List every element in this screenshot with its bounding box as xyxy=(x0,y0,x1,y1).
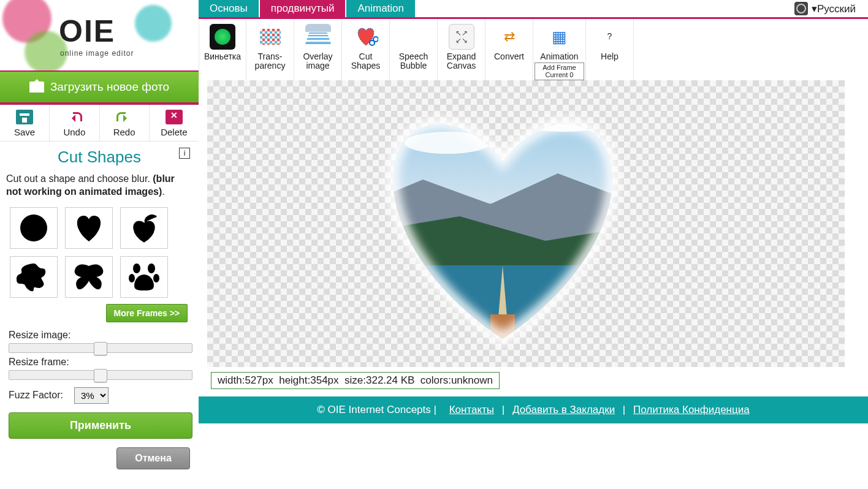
fuzz-select[interactable]: 3% xyxy=(74,387,108,404)
save-button[interactable]: Save xyxy=(0,105,50,141)
tool-label: Canvas xyxy=(439,61,484,70)
animation-icon xyxy=(547,24,573,50)
more-frames-button[interactable]: More Frames >> xyxy=(106,304,188,322)
tool-expand-canvas[interactable]: Expand Canvas xyxy=(438,19,485,80)
animation-sub: Add Frame Current 0 xyxy=(535,63,584,80)
edited-image[interactable] xyxy=(349,82,656,351)
svg-point-2 xyxy=(148,263,155,273)
delete-label: Delete xyxy=(161,127,187,137)
svg-point-4 xyxy=(153,274,159,282)
resize-image-label: Resize image: xyxy=(9,330,70,340)
shape-swirl-heart[interactable] xyxy=(120,207,168,249)
tab-advanced[interactable]: продвинутый xyxy=(260,0,347,17)
tab-basics[interactable]: Основы xyxy=(199,0,260,17)
resize-image-slider[interactable] xyxy=(9,343,192,353)
tool-label: Animation xyxy=(535,52,584,61)
help-icon: ? xyxy=(597,24,623,50)
resize-frame-slider[interactable] xyxy=(9,370,192,380)
overlay-icon xyxy=(305,24,331,50)
tool-transparency[interactable]: Trans- parency xyxy=(246,19,294,80)
status-height: height:354px xyxy=(279,374,338,386)
logo: OIE online image editor xyxy=(0,0,199,70)
shape-paw[interactable] xyxy=(120,256,168,298)
tool-label: parency xyxy=(248,61,292,70)
footer-contacts[interactable]: Контакты xyxy=(449,404,494,416)
svg-point-6 xyxy=(373,37,378,42)
shape-butterfly[interactable] xyxy=(65,256,113,298)
svg-point-1 xyxy=(133,263,140,273)
save-icon xyxy=(16,110,33,124)
desc-tail: . xyxy=(162,186,164,197)
shape-splat[interactable] xyxy=(10,256,58,298)
delete-button[interactable]: Delete xyxy=(150,105,199,141)
vignette-icon xyxy=(210,24,235,50)
tool-label: Help xyxy=(587,52,632,61)
tool-animation[interactable]: Animation Add Frame Current 0 xyxy=(533,19,586,80)
status-size: size:322.24 KB xyxy=(345,374,414,386)
shape-circle[interactable] xyxy=(10,207,58,249)
redo-button[interactable]: Redo xyxy=(100,105,150,141)
gear-icon[interactable] xyxy=(794,2,808,15)
svg-point-3 xyxy=(129,274,135,282)
upload-label: Загрузить новое фото xyxy=(50,80,169,94)
expand-icon xyxy=(449,24,474,50)
save-label: Save xyxy=(14,127,35,137)
footer-bookmark[interactable]: Добавить в Закладки xyxy=(512,404,615,416)
status-bar: width:527px height:354px size:322.24 KB … xyxy=(211,372,500,389)
tool-label: Convert xyxy=(487,52,531,61)
footer: © OIE Internet Concepts | Контакты | Доб… xyxy=(199,396,868,423)
tool-label: Trans- xyxy=(248,52,292,61)
undo-button[interactable]: Undo xyxy=(50,105,99,141)
tab-animation[interactable]: Animation xyxy=(346,0,416,17)
tool-help[interactable]: ? Help xyxy=(586,19,634,80)
upload-icon xyxy=(29,82,44,93)
footer-privacy[interactable]: Политика Конфиденциа xyxy=(633,404,750,416)
shape-heart[interactable] xyxy=(65,207,113,249)
apply-button[interactable]: Применить xyxy=(9,412,192,439)
redo-icon xyxy=(116,110,133,124)
tool-convert[interactable]: Convert xyxy=(485,19,533,80)
info-icon[interactable]: i xyxy=(179,148,190,159)
svg-point-0 xyxy=(20,214,47,241)
resize-frame-label: Resize frame: xyxy=(9,357,69,367)
tool-label: Expand xyxy=(439,52,484,61)
tool-vignette[interactable]: Виньетка xyxy=(199,19,246,80)
tool-cut-shapes[interactable]: Cut Shapes xyxy=(342,19,390,80)
transparency-icon xyxy=(257,24,283,50)
tool-label: Bubble xyxy=(391,61,436,70)
fuzz-label: Fuzz Factor: xyxy=(9,390,63,401)
redo-label: Redo xyxy=(113,127,135,137)
panel-description: Cut out a shape and choose blur. (blur n… xyxy=(5,173,194,199)
tool-label: Cut xyxy=(343,52,388,61)
desc-text: Cut out a shape and choose blur. xyxy=(6,173,153,184)
panel-title: Cut Shapes xyxy=(58,148,141,166)
undo-label: Undo xyxy=(63,127,85,137)
language-dropdown[interactable]: ▾Русский xyxy=(812,2,856,15)
tool-label: Speech xyxy=(391,52,436,61)
footer-copy: © OIE Internet Concepts | xyxy=(317,404,436,416)
logo-text: OIE xyxy=(59,13,115,49)
status-colors: colors:unknown xyxy=(421,374,493,386)
undo-icon xyxy=(66,110,83,124)
tool-label: Overlay xyxy=(295,52,340,61)
speech-icon xyxy=(401,24,427,50)
logo-subtitle: online image editor xyxy=(60,49,134,58)
status-width: width:527px xyxy=(218,374,273,386)
upload-button[interactable]: Загрузить новое фото xyxy=(0,70,199,102)
tool-speech-bubble[interactable]: Speech Bubble xyxy=(390,19,438,80)
cut-shapes-icon xyxy=(353,24,379,50)
tool-label: Shapes xyxy=(343,61,388,70)
tool-label: Виньетка xyxy=(200,52,245,61)
tool-overlay[interactable]: Overlay image xyxy=(294,19,342,80)
convert-icon xyxy=(497,24,522,50)
cancel-button[interactable]: Отмена xyxy=(116,447,190,469)
tool-label: image xyxy=(295,61,340,70)
canvas[interactable] xyxy=(207,80,845,367)
delete-icon xyxy=(166,110,183,124)
